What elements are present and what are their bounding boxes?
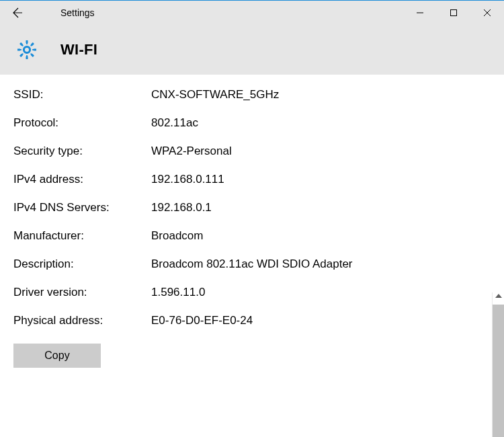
copy-button[interactable]: Copy bbox=[13, 344, 101, 368]
svg-point-5 bbox=[24, 46, 30, 52]
label-manufacturer: Manufacturer: bbox=[13, 229, 151, 243]
properties-list: SSID: CNX-SOFTWARE_5GHz Protocol: 802.11… bbox=[13, 88, 491, 327]
value-protocol: 802.11ac bbox=[151, 116, 491, 130]
value-description: Broadcom 802.11ac WDI SDIO Adapter bbox=[151, 257, 491, 271]
settings-gear-icon bbox=[13, 39, 40, 61]
label-ssid: SSID: bbox=[13, 88, 151, 102]
value-ipv4-address: 192.168.0.111 bbox=[151, 173, 491, 186]
window-controls bbox=[403, 1, 504, 24]
label-security-type: Security type: bbox=[13, 145, 151, 158]
minimize-button[interactable] bbox=[403, 1, 437, 24]
close-icon bbox=[483, 9, 491, 17]
value-ssid: CNX-SOFTWARE_5GHz bbox=[151, 88, 491, 102]
label-ipv4-dns: IPv4 DNS Servers: bbox=[13, 201, 151, 214]
minimize-icon bbox=[416, 9, 424, 17]
maximize-icon bbox=[450, 9, 458, 17]
label-driver-version: Driver version: bbox=[13, 286, 151, 299]
svg-line-12 bbox=[32, 43, 34, 45]
close-button[interactable] bbox=[470, 1, 504, 24]
value-ipv4-dns: 192.168.0.1 bbox=[151, 201, 491, 214]
label-physical-address: Physical address: bbox=[13, 314, 151, 327]
maximize-button[interactable] bbox=[437, 1, 470, 24]
titlebar: Settings bbox=[0, 1, 504, 24]
scroll-up-arrow-icon bbox=[495, 294, 502, 298]
svg-line-13 bbox=[20, 54, 22, 56]
value-physical-address: E0-76-D0-EF-E0-24 bbox=[151, 314, 491, 327]
label-ipv4-address: IPv4 address: bbox=[13, 173, 151, 186]
page-title: WI-FI bbox=[60, 41, 97, 58]
svg-rect-1 bbox=[451, 9, 457, 15]
svg-line-10 bbox=[20, 43, 22, 45]
window-title: Settings bbox=[60, 7, 403, 18]
svg-line-11 bbox=[32, 54, 34, 56]
label-protocol: Protocol: bbox=[13, 116, 151, 130]
scrollbar-thumb[interactable] bbox=[492, 292, 504, 437]
value-manufacturer: Broadcom bbox=[151, 229, 491, 243]
value-security-type: WPA2-Personal bbox=[151, 145, 491, 158]
value-driver-version: 1.596.11.0 bbox=[151, 286, 491, 299]
scrollbar-thumb-handle[interactable] bbox=[493, 305, 504, 437]
back-button[interactable] bbox=[0, 1, 34, 24]
label-description: Description: bbox=[13, 257, 151, 271]
content-area: SSID: CNX-SOFTWARE_5GHz Protocol: 802.11… bbox=[0, 75, 504, 437]
page-header: WI-FI bbox=[0, 24, 504, 75]
arrow-left-icon bbox=[10, 6, 24, 19]
